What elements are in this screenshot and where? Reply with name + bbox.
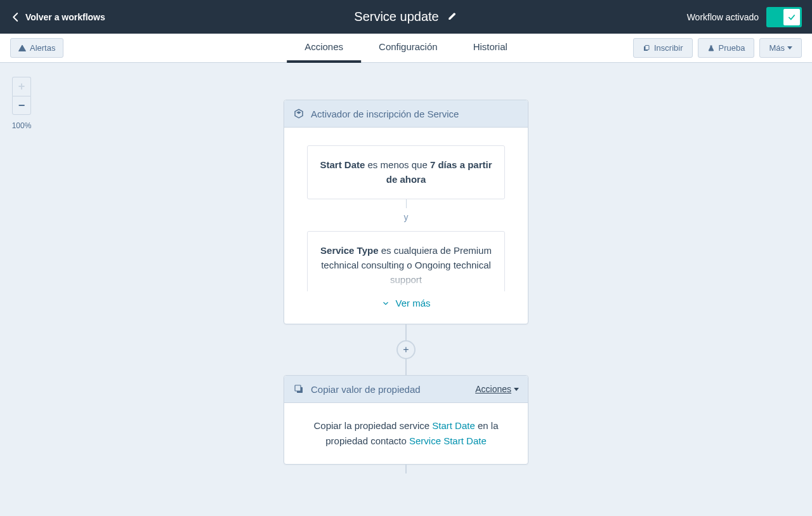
card-actions-menu[interactable]: Acciones <box>475 384 519 394</box>
copy-icon <box>293 383 304 395</box>
connector-line <box>405 324 407 341</box>
beaker-icon <box>707 44 715 52</box>
chevron-left-icon <box>10 11 22 23</box>
add-action-button[interactable]: + <box>396 340 416 359</box>
test-label: Prueba <box>719 43 745 53</box>
workflow-toggle[interactable] <box>766 7 802 27</box>
criteria-1[interactable]: Start Date es menos que 7 días a partir … <box>307 145 505 199</box>
test-button[interactable]: Prueba <box>698 38 755 58</box>
svg-rect-3 <box>295 385 301 391</box>
toggle-knob <box>783 9 800 25</box>
zoom-in-button[interactable]: + <box>12 77 31 96</box>
copy-text-pre: Copiar la propiedad service <box>313 420 432 431</box>
zoom-level: 100% <box>12 121 32 130</box>
back-to-workflows-link[interactable]: Volver a workflows <box>10 11 105 23</box>
and-label: y <box>307 208 505 231</box>
copy-card-body: Copiar la propiedad service Start Date e… <box>284 403 528 464</box>
alerts-button[interactable]: Alertas <box>10 38 63 58</box>
pencil-icon <box>448 11 458 21</box>
caret-down-icon <box>514 388 519 391</box>
criteria-1-op: es menos que <box>368 159 428 170</box>
connector-line <box>405 359 407 375</box>
edit-title-button[interactable] <box>448 11 458 23</box>
tabs: Acciones Configuración Historial <box>287 33 525 63</box>
tab-actions[interactable]: Acciones <box>287 33 361 63</box>
criteria-2-prop: Service Type <box>320 245 378 256</box>
criteria-2[interactable]: Service Type es cualquiera de Premium te… <box>307 231 505 292</box>
trigger-card-title: Activador de inscripción de Service <box>311 109 519 119</box>
svg-rect-1 <box>645 45 649 50</box>
workflow-title: Service update <box>354 10 438 24</box>
enroll-icon <box>643 44 650 52</box>
tab-config[interactable]: Configuración <box>361 33 455 63</box>
criteria-2-val2: Ongoing technical support <box>390 260 491 285</box>
cube-icon <box>293 108 304 119</box>
criteria-2-op: es cualquiera de <box>381 245 451 256</box>
more-label: Más <box>769 43 785 53</box>
card-actions-label: Acciones <box>475 384 511 394</box>
enroll-label: Inscribir <box>654 43 683 53</box>
caret-down-icon <box>787 46 792 50</box>
see-more-button[interactable]: Ver más <box>307 291 505 319</box>
zoom-out-button[interactable]: − <box>12 96 31 115</box>
alerts-label: Alertas <box>30 43 55 53</box>
see-more-label: Ver más <box>395 298 430 308</box>
workflow-canvas[interactable]: + − 100% Activador de inscripción de Ser… <box>0 63 812 516</box>
copy-prop2: Service Start Date <box>409 435 487 446</box>
more-button[interactable]: Más <box>759 38 802 58</box>
check-icon <box>787 13 796 22</box>
criteria-1-prop: Start Date <box>320 159 365 170</box>
chevron-down-icon <box>381 299 390 308</box>
tab-history[interactable]: Historial <box>455 33 525 63</box>
warning-icon <box>18 44 26 52</box>
enroll-button[interactable]: Inscribir <box>633 38 693 58</box>
criteria-2-suffix: o <box>407 260 412 270</box>
copy-property-card[interactable]: Copiar valor de propiedad Acciones Copia… <box>284 375 528 465</box>
trigger-card[interactable]: Activador de inscripción de Service Star… <box>284 100 528 324</box>
back-label: Volver a workflows <box>25 12 105 22</box>
copy-card-title: Copiar valor de propiedad <box>311 384 469 395</box>
copy-prop1: Start Date <box>432 420 475 431</box>
workflow-status-label: Workflow activado <box>687 12 759 22</box>
connector-line <box>405 465 407 473</box>
criteria-connector <box>406 199 407 208</box>
